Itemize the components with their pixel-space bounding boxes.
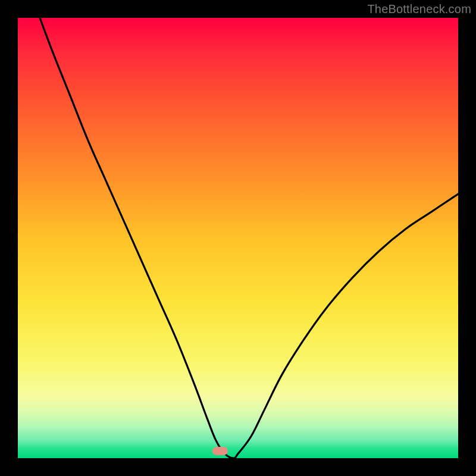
bottleneck-curve (18, 18, 458, 458)
plot-area (18, 18, 458, 458)
chart-frame: TheBottleneck.com (0, 0, 476, 476)
optimum-marker (212, 447, 228, 455)
watermark-text: TheBottleneck.com (367, 2, 471, 16)
